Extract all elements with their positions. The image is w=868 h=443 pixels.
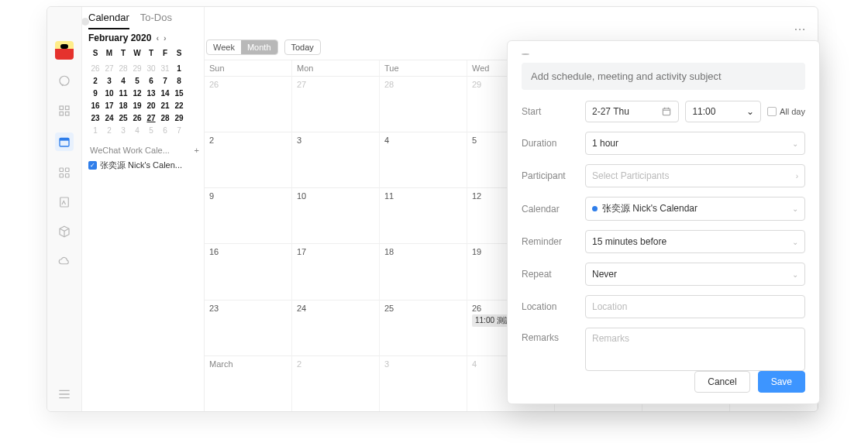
today-button[interactable]: Today xyxy=(284,39,321,55)
mini-day-cell[interactable]: 7 xyxy=(172,124,186,136)
location-input[interactable]: Location xyxy=(585,295,805,318)
day-cell[interactable]: 27 xyxy=(292,76,380,132)
calendar-icon[interactable] xyxy=(55,132,74,151)
mini-day-cell[interactable]: 31 xyxy=(158,62,172,74)
calendar-list-item[interactable]: ✓ 张奕源 Nick's Calen... xyxy=(88,160,201,171)
mini-day-cell[interactable]: 1 xyxy=(88,124,102,136)
mini-day-cell[interactable]: 30 xyxy=(144,62,158,74)
mini-day-cell[interactable]: 28 xyxy=(158,112,172,124)
day-cell[interactable]: 11 xyxy=(380,187,467,243)
chevron-down-icon: ⌄ xyxy=(746,106,754,117)
mini-day-cell[interactable]: 14 xyxy=(158,87,172,99)
mini-day-cell[interactable]: 7 xyxy=(158,74,172,87)
mini-day-cell[interactable]: 26 xyxy=(130,112,144,124)
avatar[interactable] xyxy=(55,41,74,60)
mini-day-cell[interactable]: 27 xyxy=(144,112,158,124)
day-cell[interactable]: 28 xyxy=(380,76,467,132)
tab-calendar[interactable]: Calendar xyxy=(88,12,129,29)
mini-next-icon[interactable]: › xyxy=(164,33,167,43)
day-cell[interactable]: 16 xyxy=(205,243,292,299)
mini-day-cell[interactable]: 15 xyxy=(172,87,186,99)
add-calendar-icon[interactable]: + xyxy=(195,146,199,155)
mini-dow-cell: M xyxy=(102,46,116,59)
day-cell[interactable]: 17 xyxy=(292,243,380,299)
subject-input[interactable] xyxy=(522,63,805,90)
day-cell[interactable]: 2 xyxy=(205,132,292,187)
all-day-checkbox[interactable]: All day xyxy=(767,107,805,116)
duration-select[interactable]: 1 hour ⌄ xyxy=(585,132,805,155)
mini-day-cell[interactable]: 4 xyxy=(130,124,144,136)
day-cell[interactable]: 10 xyxy=(292,187,380,243)
mini-day-cell[interactable]: 5 xyxy=(144,124,158,136)
mini-day-cell[interactable]: 20 xyxy=(144,99,158,112)
zoom-window-icon[interactable] xyxy=(81,18,89,26)
day-cell[interactable]: 26 xyxy=(205,76,292,132)
remarks-input[interactable]: Remarks xyxy=(585,328,805,371)
mini-day-cell[interactable]: 28 xyxy=(116,62,130,74)
repeat-select[interactable]: Never ⌄ xyxy=(585,263,805,286)
reminder-select[interactable]: 15 minutes before ⌄ xyxy=(585,230,805,253)
chat-icon[interactable] xyxy=(57,74,72,89)
mini-day-cell[interactable]: 10 xyxy=(102,87,116,99)
mini-day-cell[interactable]: 6 xyxy=(144,74,158,87)
docs-icon[interactable] xyxy=(57,194,72,210)
mini-day-cell[interactable]: 27 xyxy=(102,62,116,74)
mini-day-cell[interactable]: 29 xyxy=(130,62,144,74)
mini-prev-icon[interactable]: ‹ xyxy=(156,33,159,43)
more-menu-icon[interactable]: … xyxy=(794,19,807,33)
mini-day-cell[interactable]: 9 xyxy=(88,87,102,99)
mini-day-cell[interactable]: 6 xyxy=(158,124,172,136)
calendar-select[interactable]: 张奕源 Nick's Calendar ⌄ xyxy=(585,197,805,221)
tab-todos[interactable]: To-Dos xyxy=(140,12,172,29)
mini-day-cell[interactable]: 8 xyxy=(172,74,186,87)
mini-day-cell[interactable]: 23 xyxy=(88,112,102,124)
mini-day-cell[interactable]: 5 xyxy=(130,74,144,87)
mini-day-cell[interactable]: 1 xyxy=(172,62,186,74)
day-number: 2 xyxy=(209,136,214,145)
mini-day-cell[interactable]: 18 xyxy=(116,99,130,112)
apps-icon[interactable] xyxy=(57,165,72,180)
mini-day-cell[interactable]: 24 xyxy=(102,112,116,124)
mini-day-cell[interactable]: 19 xyxy=(130,99,144,112)
menu-icon[interactable] xyxy=(57,386,72,402)
box-icon[interactable] xyxy=(57,224,72,239)
mini-day-cell[interactable]: 21 xyxy=(158,99,172,112)
mini-day-cell[interactable]: 3 xyxy=(102,74,116,87)
start-time-select[interactable]: 11:00 ⌄ xyxy=(685,101,761,122)
day-cell[interactable]: 25 xyxy=(380,300,467,355)
mini-day-cell[interactable]: 17 xyxy=(102,99,116,112)
mini-day-cell[interactable]: 25 xyxy=(116,112,130,124)
cloud-icon[interactable] xyxy=(57,253,72,269)
day-cell[interactable]: 3 xyxy=(380,355,467,411)
day-cell[interactable]: 9 xyxy=(205,187,292,243)
mini-day-cell[interactable]: 2 xyxy=(88,74,102,87)
mini-day-cell[interactable]: 22 xyxy=(172,99,186,112)
mini-day-cell[interactable]: 29 xyxy=(172,112,186,124)
mini-day-cell[interactable]: 2 xyxy=(102,124,116,136)
day-cell[interactable]: 23 xyxy=(205,300,292,355)
day-cell[interactable]: 4 xyxy=(380,132,467,187)
mini-day-cell[interactable]: 16 xyxy=(88,99,102,112)
mini-day-cell[interactable]: 3 xyxy=(116,124,130,136)
mini-day-cell[interactable]: 11 xyxy=(116,87,130,99)
cancel-button[interactable]: Cancel xyxy=(694,371,749,393)
day-cell[interactable]: 3 xyxy=(292,132,380,187)
save-button[interactable]: Save xyxy=(758,371,805,393)
start-date-picker[interactable]: 2-27 Thu xyxy=(585,101,679,122)
day-cell[interactable]: 2 xyxy=(292,355,380,411)
checkbox-icon[interactable]: ✓ xyxy=(88,161,97,170)
seg-week-button[interactable]: Week xyxy=(207,40,241,54)
popup-close-icon[interactable] xyxy=(522,53,529,55)
label-calendar: Calendar xyxy=(522,204,577,215)
mini-dow-cell: S xyxy=(172,46,186,59)
contacts-icon[interactable] xyxy=(57,103,72,118)
day-cell[interactable]: March xyxy=(205,355,292,411)
seg-month-button[interactable]: Month xyxy=(241,40,277,54)
day-cell[interactable]: 24 xyxy=(292,300,380,355)
mini-day-cell[interactable]: 4 xyxy=(116,74,130,87)
mini-day-cell[interactable]: 26 xyxy=(88,62,102,74)
mini-day-cell[interactable]: 12 xyxy=(130,87,144,99)
participant-select[interactable]: Select Participants › xyxy=(585,164,805,187)
day-cell[interactable]: 18 xyxy=(380,243,467,299)
mini-day-cell[interactable]: 13 xyxy=(144,87,158,99)
